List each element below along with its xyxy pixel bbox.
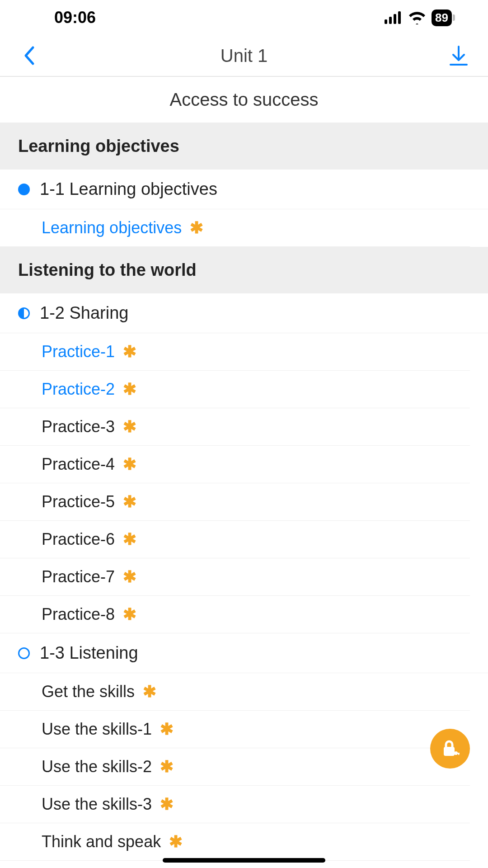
progress-bullet-icon xyxy=(18,307,30,319)
star-icon: ✱ xyxy=(160,720,174,739)
star-icon: ✱ xyxy=(169,832,183,851)
svg-rect-6 xyxy=(444,747,455,756)
practice-item[interactable]: Get the skills✱ xyxy=(0,673,470,711)
unit-item-label: 1-2 Sharing xyxy=(40,303,128,323)
status-bar: 09:06 89 xyxy=(0,0,488,35)
practice-item[interactable]: Use the skills-3✱ xyxy=(0,786,470,823)
practice-item[interactable]: Practice-8✱ xyxy=(0,596,470,633)
practice-item[interactable]: Practice-7✱ xyxy=(0,558,470,596)
progress-bullet-icon xyxy=(18,184,30,195)
wifi-icon xyxy=(408,11,426,24)
download-button[interactable] xyxy=(447,44,470,67)
practice-item[interactable]: Practice-3✱ xyxy=(0,408,470,446)
practice-item-label: Learning objectives xyxy=(42,218,182,237)
unit-item[interactable]: 1-2 Sharing xyxy=(0,293,488,333)
practice-item[interactable]: Practice-6✱ xyxy=(0,521,470,558)
practice-item[interactable]: Think and speak✱ xyxy=(0,823,470,861)
unit-item-label: 1-1 Learning objectives xyxy=(40,179,217,199)
page-subtitle: Access to success xyxy=(0,77,488,123)
svg-rect-2 xyxy=(394,14,396,24)
back-button[interactable] xyxy=(18,44,41,67)
progress-bullet-icon xyxy=(18,647,30,659)
practice-item-label: Think and speak xyxy=(42,832,161,851)
practice-item[interactable]: Practice-2✱ xyxy=(0,371,470,408)
practice-item-label: Practice-3 xyxy=(42,417,115,436)
star-icon: ✱ xyxy=(123,567,136,586)
practice-item[interactable]: Practice-4✱ xyxy=(0,446,470,483)
unit-item-label: 1-3 Listening xyxy=(40,643,138,663)
star-icon: ✱ xyxy=(143,682,156,701)
star-icon: ✱ xyxy=(190,218,203,237)
sections-container: Learning objectives1-1 Learning objectiv… xyxy=(0,123,488,861)
status-right: 89 xyxy=(385,9,452,26)
practice-item-label: Get the skills xyxy=(42,682,135,701)
practice-item[interactable]: Learning objectives✱ xyxy=(0,209,470,247)
section-header: Listening to the world xyxy=(0,247,488,293)
star-icon: ✱ xyxy=(123,605,136,624)
section-header: Learning objectives xyxy=(0,123,488,170)
signal-icon xyxy=(385,11,403,24)
unit-item[interactable]: 1-3 Listening xyxy=(0,633,488,673)
nav-title: Unit 1 xyxy=(221,46,268,66)
status-time: 09:06 xyxy=(54,8,96,27)
practice-item-label: Practice-6 xyxy=(42,530,115,549)
nav-bar: Unit 1 xyxy=(0,35,488,77)
lock-fab[interactable] xyxy=(430,729,470,769)
svg-rect-0 xyxy=(385,19,387,24)
practice-item-label: Use the skills-3 xyxy=(42,795,152,814)
star-icon: ✱ xyxy=(160,757,174,776)
star-icon: ✱ xyxy=(123,380,136,399)
practice-item-label: Practice-4 xyxy=(42,455,115,474)
star-icon: ✱ xyxy=(123,455,136,474)
unit-item[interactable]: 1-1 Learning objectives xyxy=(0,170,488,209)
star-icon: ✱ xyxy=(123,530,136,549)
star-icon: ✱ xyxy=(123,342,136,361)
practice-item-label: Practice-1 xyxy=(42,342,115,361)
practice-item[interactable]: Practice-1✱ xyxy=(0,333,470,371)
svg-rect-9 xyxy=(458,753,460,755)
practice-item-label: Use the skills-2 xyxy=(42,757,152,776)
star-icon: ✱ xyxy=(123,417,136,436)
practice-item[interactable]: Use the skills-2✱ xyxy=(0,748,470,786)
svg-rect-1 xyxy=(389,17,392,24)
svg-rect-3 xyxy=(398,11,401,24)
battery-icon: 89 xyxy=(432,9,452,26)
star-icon: ✱ xyxy=(160,795,174,814)
practice-item[interactable]: Practice-5✱ xyxy=(0,483,470,521)
practice-item-label: Practice-8 xyxy=(42,605,115,624)
practice-item-label: Practice-5 xyxy=(42,492,115,511)
star-icon: ✱ xyxy=(123,492,136,511)
practice-item-label: Practice-7 xyxy=(42,567,115,586)
home-indicator[interactable] xyxy=(163,858,325,863)
practice-item-label: Practice-2 xyxy=(42,380,115,399)
practice-item-label: Use the skills-1 xyxy=(42,720,152,739)
practice-item[interactable]: Use the skills-1✱ xyxy=(0,711,470,748)
